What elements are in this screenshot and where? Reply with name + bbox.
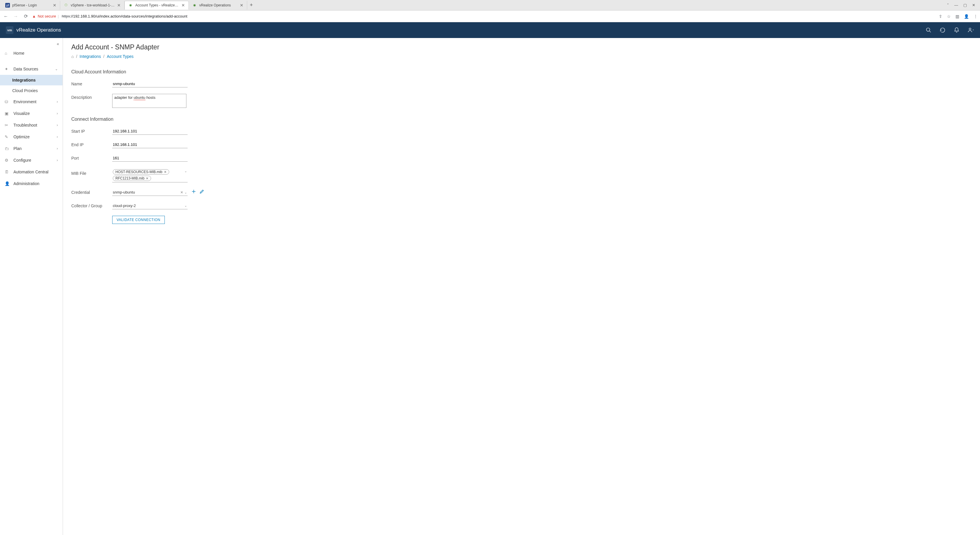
browser-tab[interactable]: pfpfSense - Login✕ [2, 1, 60, 10]
chip-remove-icon[interactable]: ✕ [146, 177, 148, 180]
sidebar-item-label: Administration [13, 181, 40, 186]
chevron-right-icon: › [57, 123, 58, 127]
credential-select[interactable]: snmp-ubuntu ✕⌄ [112, 189, 188, 196]
collector-select[interactable]: cloud-proxy-2 ⌄ [112, 202, 188, 209]
chevron-down-icon: ⌄ [55, 67, 58, 71]
app-header: vm vRealize Operations [0, 22, 980, 38]
sidebar-icon: 👤 [5, 181, 10, 186]
sidebar-subitem-integrations[interactable]: Integrations [0, 75, 62, 85]
svg-point-0 [926, 28, 930, 32]
description-textarea[interactable]: adapter for ubuntu hosts [112, 94, 186, 108]
tab-close-icon[interactable]: ✕ [117, 3, 121, 8]
section-cloud-account: Cloud Account Information [71, 69, 972, 75]
mib-chip-label: RFC1213-MIB.mib [115, 176, 144, 180]
mib-file-select[interactable]: HOST-RESOURCES-MIB.mib✕RFC1213-MIB.mib✕ … [112, 168, 188, 182]
chevron-down-icon: ⌄ [185, 204, 187, 207]
sidebar-item-automation-central[interactable]: 🗓Automation Central [0, 166, 62, 178]
window-maximize-icon[interactable]: ▢ [963, 3, 967, 7]
browser-tab[interactable]: ◉vRealize Operations✕ [189, 1, 247, 10]
sidebar-item-environment[interactable]: ⛁Environment› [0, 96, 62, 108]
label-port: Port [71, 154, 112, 161]
security-indicator[interactable]: ▲ Not secure | [32, 14, 59, 18]
sidebar-icon: ✦ [5, 67, 10, 71]
page-title: Add Account - SNMP Adapter [71, 43, 972, 51]
mib-chip-label: HOST-RESOURCES-MIB.mib [115, 170, 162, 174]
user-menu-icon[interactable] [968, 27, 974, 33]
start-ip-input[interactable] [112, 128, 188, 135]
window-close-icon[interactable]: ✕ [972, 3, 975, 7]
nav-back-button[interactable]: ← [2, 14, 10, 19]
end-ip-input[interactable] [112, 141, 188, 148]
tab-title: vRealize Operations [199, 3, 237, 7]
tab-close-icon[interactable]: ✕ [53, 3, 56, 8]
label-credential: Credential [71, 189, 112, 195]
nav-forward-button[interactable]: → [12, 14, 19, 19]
label-name: Name [71, 80, 112, 86]
browser-tab-bar: pfpfSense - Login✕⎔vSphere - tce-workloa… [0, 0, 980, 11]
new-tab-button[interactable]: + [247, 2, 255, 8]
main-content: Add Account - SNMP Adapter ⌂ / Integrati… [63, 38, 980, 535]
edit-credential-button[interactable] [199, 189, 205, 194]
bell-icon[interactable] [954, 27, 959, 33]
menu-icon[interactable]: ⋮ [974, 14, 978, 19]
sidebar-collapse-button[interactable]: « [53, 40, 62, 47]
tab-title: pfSense - Login [12, 3, 51, 7]
sidebar-icon: ▣ [5, 111, 10, 116]
chip-remove-icon[interactable]: ✕ [164, 170, 167, 174]
clear-credential-icon[interactable]: ✕ [180, 190, 183, 194]
url-display[interactable]: https://192.168.1.90/ui/index.action#dat… [62, 14, 187, 18]
label-mib: MIB File [71, 168, 112, 176]
sidebar-item-configure[interactable]: ⚙Configure› [0, 154, 62, 166]
tab-title: vSphere - tce-workload-1-md-2- [71, 3, 115, 7]
share-icon[interactable]: ⇪ [939, 14, 942, 19]
label-end-ip: End IP [71, 141, 112, 147]
sidebar-item-label: Plan [13, 146, 22, 151]
label-description: Description [71, 94, 112, 100]
sidebar-item-label: Optimize [13, 134, 30, 139]
chevron-right-icon: › [57, 146, 58, 151]
sidebar-item-data-sources[interactable]: ✦Data Sources⌄ [0, 63, 62, 75]
panel-icon[interactable]: ▥ [955, 14, 959, 19]
window-minimize-icon[interactable]: — [954, 3, 958, 7]
port-input[interactable] [112, 154, 188, 162]
sidebar-item-optimize[interactable]: ✎Optimize› [0, 131, 62, 143]
sidebar-item-label: Home [13, 51, 24, 56]
sidebar-item-plan[interactable]: 🗀Plan› [0, 143, 62, 154]
refresh-icon[interactable] [940, 27, 945, 33]
sidebar-item-label: Data Sources [13, 67, 38, 71]
breadcrumb-integrations[interactable]: Integrations [80, 54, 101, 59]
bookmark-icon[interactable]: ☆ [947, 14, 951, 19]
tab-close-icon[interactable]: ✕ [181, 3, 185, 8]
tab-title: Account Types - vRealize Operati [135, 3, 179, 7]
add-credential-button[interactable] [191, 189, 196, 194]
tab-close-icon[interactable]: ✕ [240, 3, 243, 8]
profile-icon[interactable]: 👤 [964, 14, 969, 19]
sidebar-item-home[interactable]: ⌂Home [0, 47, 62, 59]
warning-icon: ▲ [32, 14, 36, 18]
sidebar-item-troubleshoot[interactable]: ✂Troubleshoot› [0, 119, 62, 131]
validate-connection-button[interactable]: VALIDATE CONNECTION [112, 216, 165, 224]
chevron-right-icon: › [57, 135, 58, 139]
window-caret-down-icon[interactable]: ˅ [947, 3, 949, 7]
browser-tab[interactable]: ⎔vSphere - tce-workload-1-md-2-✕ [60, 1, 124, 10]
label-start-ip: Start IP [71, 128, 112, 134]
chevron-right-icon: › [57, 158, 58, 162]
sidebar-icon: ⌂ [5, 51, 10, 56]
sidebar-item-administration[interactable]: 👤Administration [0, 178, 62, 189]
tab-favicon: ⎔ [64, 3, 68, 8]
name-input[interactable] [112, 80, 188, 88]
sidebar-item-label: Environment [13, 99, 37, 104]
chevron-right-icon: › [57, 100, 58, 104]
sidebar-subitem-cloud-proxies[interactable]: Cloud Proxies [0, 85, 62, 96]
breadcrumb-home-icon[interactable]: ⌂ [71, 54, 74, 59]
nav-reload-button[interactable]: ⟳ [22, 13, 29, 19]
browser-tab[interactable]: ◉Account Types - vRealize Operati✕ [124, 1, 189, 10]
search-icon[interactable] [926, 27, 932, 33]
breadcrumb: ⌂ / Integrations / Account Types [71, 54, 972, 59]
sidebar-icon: ✎ [5, 134, 10, 139]
tab-favicon: pf [5, 3, 10, 8]
svg-point-2 [969, 28, 971, 30]
sidebar-item-visualize[interactable]: ▣Visualize› [0, 108, 62, 119]
breadcrumb-account-types[interactable]: Account Types [107, 54, 134, 59]
browser-address-bar: ← → ⟳ ▲ Not secure | https://192.168.1.9… [0, 11, 980, 22]
